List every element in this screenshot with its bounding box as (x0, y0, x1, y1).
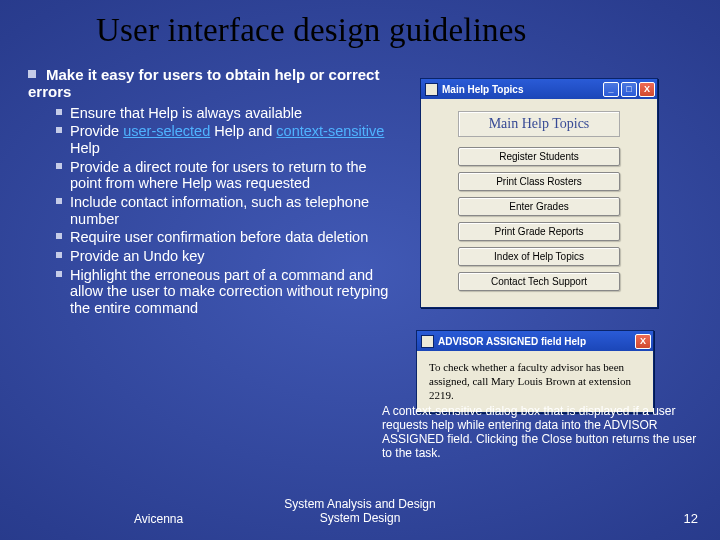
close-button[interactable]: X (635, 334, 651, 349)
app-icon (421, 335, 434, 348)
square-bullet-icon (56, 127, 62, 133)
item-text: Provide an Undo key (70, 248, 390, 265)
titlebar[interactable]: ADVISOR ASSIGNED field Help X (417, 331, 653, 351)
square-bullet-icon (56, 198, 62, 204)
item-text: Provide user-selected Help and context-s… (70, 123, 390, 156)
enter-grades-button[interactable]: Enter Grades (458, 197, 620, 216)
list-item: Provide user-selected Help and context-s… (56, 123, 408, 156)
close-button[interactable]: X (639, 82, 655, 97)
item-text: Highlight the erroneous part of a comman… (70, 267, 390, 317)
bullet-list: Make it easy for users to obtain help or… (28, 66, 408, 319)
page-number: 12 (684, 511, 698, 526)
list-item: Provide a direct route for users to retu… (56, 159, 408, 192)
square-bullet-icon (28, 70, 36, 78)
list-item: Highlight the erroneous part of a comman… (56, 267, 408, 317)
square-bullet-icon (56, 252, 62, 258)
figure-caption: A context-sensitive dialog box that is d… (382, 404, 698, 461)
heading-bullet: Make it easy for users to obtain help or… (28, 66, 408, 101)
help-banner: Main Help Topics (458, 111, 620, 137)
main-help-dialog: Main Help Topics _ □ X Main Help Topics … (420, 78, 658, 308)
context-sensitive-link[interactable]: context-sensitive (276, 123, 384, 139)
titlebar[interactable]: Main Help Topics _ □ X (421, 79, 657, 99)
list-item: Require user confirmation before data de… (56, 229, 408, 246)
print-grade-reports-button[interactable]: Print Grade Reports (458, 222, 620, 241)
square-bullet-icon (56, 271, 62, 277)
app-icon (425, 83, 438, 96)
user-selected-link[interactable]: user-selected (123, 123, 210, 139)
item-text: Provide a direct route for users to retu… (70, 159, 390, 192)
heading-text: Make it easy for users to obtain help or… (28, 66, 379, 100)
advisor-help-dialog: ADVISOR ASSIGNED field Help X To check w… (416, 330, 654, 413)
dialog-title: ADVISOR ASSIGNED field Help (438, 336, 586, 347)
item-text: Require user confirmation before data de… (70, 229, 390, 246)
dialog-body: Main Help Topics Register Students Print… (421, 99, 657, 307)
index-help-button[interactable]: Index of Help Topics (458, 247, 620, 266)
slide-title: User interface design guidelines (96, 12, 527, 49)
footer-center: System Analysis and DesignSystem Design (0, 498, 720, 526)
list-item: Include contact information, such as tel… (56, 194, 408, 227)
square-bullet-icon (56, 109, 62, 115)
contact-tech-support-button[interactable]: Contact Tech Support (458, 272, 620, 291)
register-students-button[interactable]: Register Students (458, 147, 620, 166)
minimize-button[interactable]: _ (603, 82, 619, 97)
square-bullet-icon (56, 233, 62, 239)
list-item: Ensure that Help is always available (56, 105, 408, 122)
dialog-title: Main Help Topics (442, 84, 524, 95)
square-bullet-icon (56, 163, 62, 169)
item-text: Ensure that Help is always available (70, 105, 390, 122)
print-class-rosters-button[interactable]: Print Class Rosters (458, 172, 620, 191)
item-text: Include contact information, such as tel… (70, 194, 390, 227)
list-item: Provide an Undo key (56, 248, 408, 265)
maximize-button[interactable]: □ (621, 82, 637, 97)
